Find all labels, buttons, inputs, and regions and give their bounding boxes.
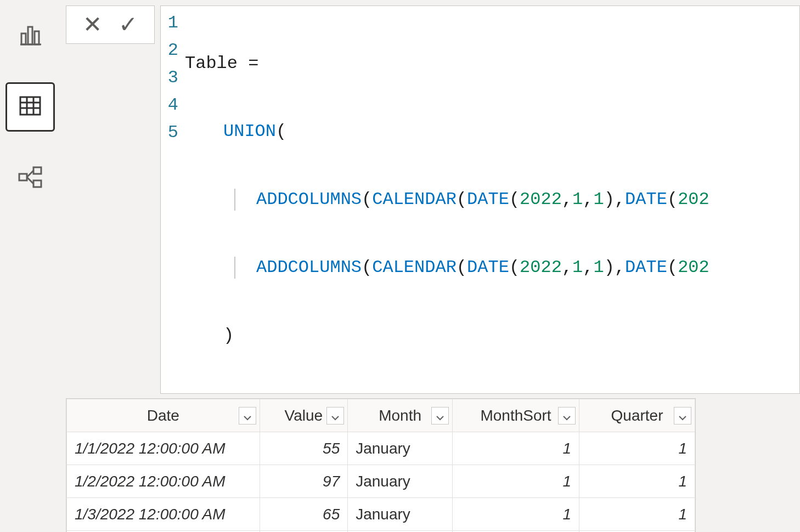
gutter-line: 1 — [161, 9, 178, 37]
filter-button[interactable] — [558, 407, 576, 425]
cell-value[interactable]: 97 — [260, 465, 348, 498]
table-row[interactable]: 1/2/2022 12:00:00 AM97January11 — [67, 465, 695, 498]
code-token: ADDCOLUMNS — [256, 186, 362, 213]
cell-date[interactable]: 1/1/2022 12:00:00 AM — [67, 432, 260, 465]
filter-button[interactable] — [431, 407, 449, 425]
cell-value[interactable]: 55 — [260, 432, 348, 465]
filter-button[interactable] — [326, 407, 344, 425]
svg-rect-11 — [33, 180, 41, 187]
editor-gutter: 1 2 3 4 5 — [161, 6, 183, 393]
commit-formula-button[interactable]: ✓ — [119, 13, 138, 36]
code-token: ADDCOLUMNS — [256, 254, 362, 281]
editor-code[interactable]: Table = UNION( ADDCOLUMNS(CALENDAR(DATE(… — [183, 6, 709, 393]
code-token: 2022 — [520, 254, 562, 281]
cell-quarter[interactable]: 1 — [579, 465, 695, 498]
code-token: DATE — [467, 254, 509, 281]
code-token: Table = — [185, 50, 258, 77]
app-root: ✕ ✓ 1 2 3 4 5 Table = UNION( ADDCOLUMNS(… — [0, 0, 800, 532]
code-token: 1 — [572, 254, 583, 281]
column-header-quarter[interactable]: Quarter — [579, 399, 695, 432]
code-token: 1 — [572, 186, 583, 213]
header-row: Date Value Month — [67, 399, 695, 432]
code-token: DATE — [467, 186, 509, 213]
chevron-down-icon — [436, 407, 444, 425]
gutter-line: 3 — [161, 64, 178, 92]
code-token: ( — [276, 118, 286, 145]
cell-monthsort[interactable]: 1 — [453, 432, 579, 465]
column-header-label: Value — [285, 407, 323, 424]
code-token: CALENDAR — [372, 254, 457, 281]
cell-value[interactable]: 65 — [260, 498, 348, 531]
bar-chart-icon — [17, 21, 43, 50]
cell-quarter[interactable]: 1 — [579, 498, 695, 531]
code-token: 1 — [594, 186, 604, 213]
code-token: 202 — [678, 186, 709, 213]
code-token: DATE — [625, 254, 667, 281]
cell-date[interactable]: 1/2/2022 12:00:00 AM — [67, 465, 260, 498]
view-switcher-rail — [0, 0, 60, 532]
dax-editor[interactable]: 1 2 3 4 5 Table = UNION( ADDCOLUMNS(CALE… — [160, 5, 800, 394]
svg-rect-1 — [21, 33, 26, 44]
code-token: 202 — [678, 254, 709, 281]
column-header-date[interactable]: Date — [67, 399, 260, 432]
code-token: 2022 — [520, 186, 562, 213]
table-row[interactable]: 1/1/2022 12:00:00 AM55January11 — [67, 432, 695, 465]
code-token: 1 — [594, 254, 604, 281]
gutter-line: 4 — [161, 92, 178, 119]
chevron-down-icon — [679, 407, 686, 425]
svg-rect-2 — [28, 27, 32, 44]
nav-data-view[interactable] — [5, 82, 55, 132]
cell-month[interactable]: January — [348, 498, 453, 531]
chevron-down-icon — [563, 407, 571, 425]
svg-line-12 — [27, 171, 33, 177]
svg-line-13 — [27, 177, 33, 184]
filter-button[interactable] — [674, 407, 691, 425]
nav-model-view[interactable] — [5, 154, 55, 203]
column-header-value[interactable]: Value — [260, 399, 348, 432]
svg-rect-9 — [19, 174, 27, 180]
svg-rect-10 — [33, 167, 41, 174]
code-token: CALENDAR — [372, 186, 457, 213]
column-header-label: Month — [379, 407, 421, 424]
chevron-down-icon — [331, 407, 339, 425]
nav-report-view[interactable] — [5, 11, 55, 60]
filter-button[interactable] — [239, 407, 256, 425]
cell-quarter[interactable]: 1 — [579, 432, 695, 465]
column-header-monthsort[interactable]: MonthSort — [453, 399, 579, 432]
model-icon — [17, 164, 43, 193]
gutter-line: 2 — [161, 37, 178, 64]
cell-monthsort[interactable]: 1 — [453, 465, 579, 498]
formula-commit-controls: ✕ ✓ — [66, 5, 155, 44]
cancel-formula-button[interactable]: ✕ — [83, 13, 102, 36]
column-header-label: Quarter — [611, 407, 663, 424]
svg-rect-4 — [20, 97, 40, 115]
data-grid: Date Value Month — [66, 398, 696, 532]
column-header-month[interactable]: Month — [348, 399, 453, 432]
main-area: ✕ ✓ 1 2 3 4 5 Table = UNION( ADDCOLUMNS(… — [60, 0, 800, 532]
cell-monthsort[interactable]: 1 — [453, 498, 579, 531]
code-token: UNION — [223, 118, 276, 145]
formula-bar: ✕ ✓ 1 2 3 4 5 Table = UNION( ADDCOLUMNS(… — [60, 5, 800, 394]
code-token: ) — [223, 322, 234, 349]
cell-month[interactable]: January — [348, 465, 453, 498]
svg-rect-3 — [35, 31, 39, 44]
cell-month[interactable]: January — [348, 432, 453, 465]
chevron-down-icon — [244, 407, 251, 425]
column-header-label: Date — [147, 407, 179, 424]
table-icon — [17, 93, 43, 121]
cell-date[interactable]: 1/3/2022 12:00:00 AM — [67, 498, 260, 531]
code-token: DATE — [625, 186, 667, 213]
column-header-label: MonthSort — [480, 407, 551, 424]
gutter-line: 5 — [161, 119, 178, 146]
table-row[interactable]: 1/3/2022 12:00:00 AM65January11 — [67, 498, 695, 531]
